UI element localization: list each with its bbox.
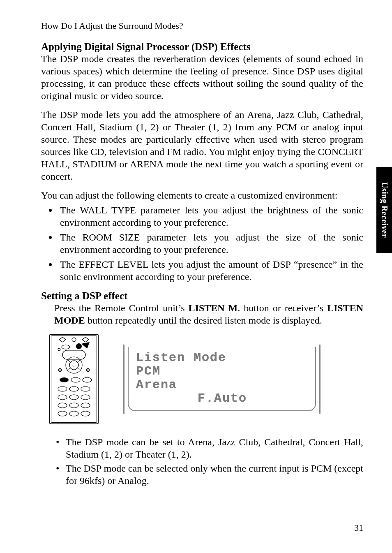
remote-svg — [50, 335, 98, 423]
svg-point-2 — [58, 348, 60, 351]
svg-point-23 — [81, 403, 90, 408]
instruction-block: Press the Remote Control unit’s LISTEN M… — [54, 302, 363, 326]
list-item: The EFFECT LEVEL lets you adjust the amo… — [58, 258, 363, 283]
lcd-line: PCM — [136, 365, 308, 378]
svg-point-17 — [81, 386, 90, 391]
svg-point-9 — [60, 370, 61, 371]
paragraph: You can adjust the following elements to… — [41, 189, 363, 201]
svg-point-14 — [83, 377, 92, 382]
svg-point-11 — [88, 370, 89, 371]
svg-point-0 — [72, 338, 76, 342]
page-number: 31 — [354, 523, 363, 533]
remote-illustration — [49, 334, 99, 424]
svg-point-7 — [73, 364, 75, 366]
side-tab-label: Using Receiver — [380, 182, 389, 238]
lcd-line: Listen Mode — [136, 351, 308, 365]
section-title-setting: Setting a DSP effect — [41, 290, 363, 302]
svg-point-24 — [58, 411, 67, 416]
lcd-display: Listen Mode PCM Arena F.Auto — [123, 345, 321, 414]
notes-list: The DSP mode can be set to Arena, Jazz C… — [54, 436, 363, 487]
section-title-dsp: Applying Digital Signal Processor (DSP) … — [41, 41, 363, 53]
list-item: The DSP mode can be selected only when t… — [54, 462, 363, 487]
svg-point-12 — [60, 377, 69, 382]
svg-point-15 — [58, 386, 67, 391]
svg-point-22 — [69, 403, 78, 408]
list-item: The ROOM SIZE parameter lets you adjust … — [58, 231, 363, 256]
bullet-list: The WALL TYPE parameter lets you adjust … — [41, 204, 363, 283]
list-item: The DSP mode can be set to Arena, Jazz C… — [54, 436, 363, 460]
svg-point-19 — [69, 395, 78, 400]
bold-text: LISTEN M — [189, 303, 238, 313]
svg-point-25 — [69, 411, 78, 416]
svg-point-21 — [58, 403, 67, 408]
svg-point-13 — [71, 377, 80, 382]
running-head: How Do I Adjust the Surround Modes? — [41, 21, 363, 31]
svg-point-18 — [58, 395, 67, 400]
paragraph: Press the Remote Control unit’s LISTEN M… — [54, 302, 363, 326]
svg-point-26 — [81, 411, 90, 416]
figure-row: Listen Mode PCM Arena F.Auto — [49, 334, 363, 424]
lcd-line: Arena — [136, 378, 308, 392]
svg-point-20 — [81, 395, 90, 400]
svg-rect-4 — [62, 350, 85, 359]
text: Press the Remote Control unit’s — [54, 303, 189, 313]
list-item: The WALL TYPE parameter lets you adjust … — [58, 204, 363, 229]
svg-point-1 — [62, 345, 70, 349]
text: button repeatedly until the desired list… — [85, 315, 322, 326]
svg-point-6 — [69, 361, 78, 370]
page: How Do I Adjust the Surround Modes? Appl… — [0, 0, 392, 553]
svg-point-16 — [69, 386, 78, 391]
svg-point-3 — [76, 343, 82, 349]
lcd-line: F.Auto — [136, 392, 308, 405]
lcd-inner: Listen Mode PCM Arena F.Auto — [128, 347, 316, 411]
side-tab: Using Receiver — [376, 167, 392, 253]
text: . button or receiver’s — [238, 303, 327, 313]
paragraph: The DSP mode creates the reverberation d… — [41, 53, 363, 102]
paragraph: The DSP mode lets you add the atmosphere… — [41, 109, 363, 183]
